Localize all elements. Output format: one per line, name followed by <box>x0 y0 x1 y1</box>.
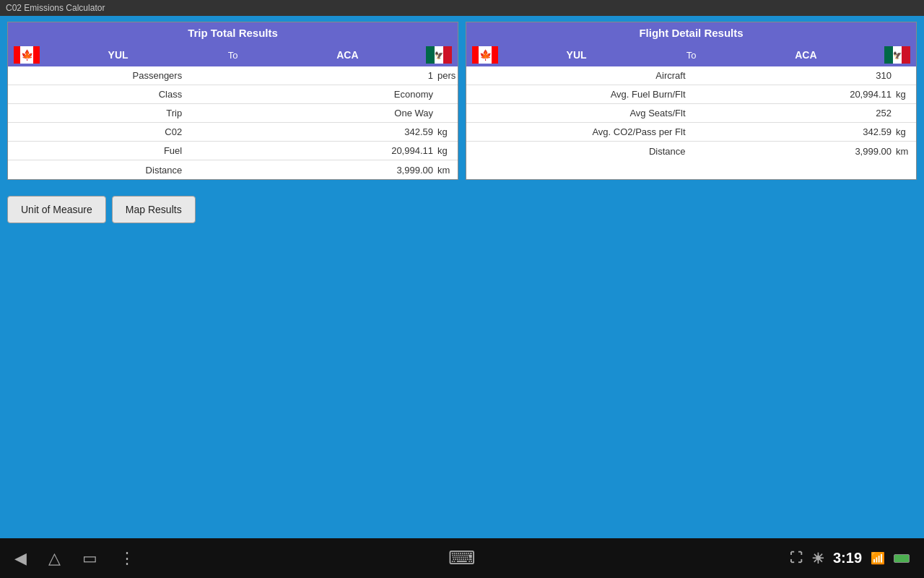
keyboard-icon[interactable]: ⌨ <box>448 547 476 569</box>
trip-total-to-label: To <box>196 50 269 61</box>
row-distance: Distance 3,999.00 km <box>8 160 458 179</box>
recents-icon[interactable]: ▭ <box>82 549 97 568</box>
trip-total-route-row: 🍁 YUL To ACA 🦅 <box>8 43 458 66</box>
value-fuel: 20,994.11 <box>188 145 436 156</box>
label-avg-seats: Avg Seats/Flt <box>466 108 692 118</box>
photo-icon[interactable]: ☀ <box>811 550 824 567</box>
app-title: C02 Emissions Calculator <box>6 3 105 13</box>
label-aircraft: Aircraft <box>466 70 692 81</box>
trip-total-panel: Trip Total Results 🍁 YUL To ACA 🦅 Passen… <box>7 22 458 180</box>
unit-co2: kg <box>436 126 458 137</box>
row-trip: Trip One Way <box>8 104 458 123</box>
value-avg-co2: 342.59 <box>692 126 895 137</box>
unit-distance: km <box>436 165 458 176</box>
value-trip: One Way <box>188 108 436 118</box>
label-passengers: Passengers <box>8 70 188 81</box>
flight-detail-to-label: To <box>655 50 728 61</box>
canada-flag-right: 🍁 <box>472 46 498 64</box>
unit-passengers: pers <box>436 70 458 81</box>
trip-total-dest: ACA <box>275 49 420 61</box>
value-class: Economy <box>188 89 436 100</box>
row-class: Class Economy <box>8 85 458 104</box>
title-bar: C02 Emissions Calculator <box>0 0 924 16</box>
time-display: 3:19 <box>833 550 862 566</box>
value-aircraft: 310 <box>692 70 895 81</box>
expand-icon[interactable]: ⛶ <box>790 551 803 566</box>
unit-flight-distance: km <box>894 146 916 157</box>
trip-total-title: Trip Total Results <box>8 22 458 43</box>
flight-detail-dest: ACA <box>733 49 879 61</box>
label-distance: Distance <box>8 165 188 176</box>
unit-fuel-burn: kg <box>894 89 916 100</box>
nav-right-status: ⛶ ☀ 3:19 📶 <box>790 550 910 567</box>
row-flight-distance: Distance 3,999.00 km <box>466 142 916 160</box>
row-avg-seats: Avg Seats/Flt 252 <box>466 104 916 123</box>
flight-detail-title: Flight Detail Results <box>466 22 916 43</box>
nav-bar: ◀ △ ▭ ⋮ ⌨ ⛶ ☀ 3:19 📶 <box>0 538 924 578</box>
value-co2: 342.59 <box>188 126 436 137</box>
label-class: Class <box>8 89 188 100</box>
battery-icon <box>894 554 910 563</box>
keyboard-icon-container: ⌨ <box>448 547 476 569</box>
trip-total-from: YUL <box>45 49 191 61</box>
label-co2: C02 <box>8 126 188 137</box>
back-icon[interactable]: ◀ <box>14 549 27 568</box>
value-fuel-burn: 20,994.11 <box>692 89 895 100</box>
mexico-flag-left: 🦅 <box>426 46 452 64</box>
unit-avg-co2: kg <box>894 126 916 137</box>
menu-dots-icon[interactable]: ⋮ <box>119 549 135 568</box>
row-fuel: Fuel 20,994.11 kg <box>8 142 458 160</box>
unit-fuel: kg <box>436 145 458 156</box>
label-avg-co2: Avg. CO2/Pass per Flt <box>466 126 692 137</box>
value-passengers: 1 <box>188 70 436 81</box>
label-fuel: Fuel <box>8 145 188 156</box>
label-trip: Trip <box>8 108 188 118</box>
nav-left-controls: ◀ △ ▭ ⋮ <box>14 549 135 568</box>
home-icon[interactable]: △ <box>48 549 61 568</box>
flight-detail-panel: Flight Detail Results 🍁 YUL To ACA 🦅 Air… <box>466 22 917 180</box>
flight-detail-from: YUL <box>504 49 649 61</box>
label-fuel-burn: Avg. Fuel Burn/Flt <box>466 89 692 100</box>
buttons-area: Unit of Measure Map Results <box>7 196 924 223</box>
label-flight-distance: Distance <box>466 146 692 157</box>
canada-flag-left: 🍁 <box>14 46 40 64</box>
row-fuel-burn: Avg. Fuel Burn/Flt 20,994.11 kg <box>466 85 916 104</box>
row-avg-co2: Avg. CO2/Pass per Flt 342.59 kg <box>466 123 916 142</box>
wifi-icon: 📶 <box>871 551 885 565</box>
value-flight-distance: 3,999.00 <box>692 146 895 157</box>
row-passengers: Passengers 1 pers <box>8 66 458 85</box>
row-aircraft: Aircraft 310 <box>466 66 916 85</box>
row-co2: C02 342.59 kg <box>8 123 458 142</box>
value-avg-seats: 252 <box>692 108 895 118</box>
flight-detail-route-row: 🍁 YUL To ACA 🦅 <box>466 43 916 66</box>
unit-of-measure-button[interactable]: Unit of Measure <box>7 196 106 223</box>
mexico-flag-right: 🦅 <box>884 46 910 64</box>
map-results-button[interactable]: Map Results <box>112 196 196 223</box>
value-distance: 3,999.00 <box>188 165 436 176</box>
